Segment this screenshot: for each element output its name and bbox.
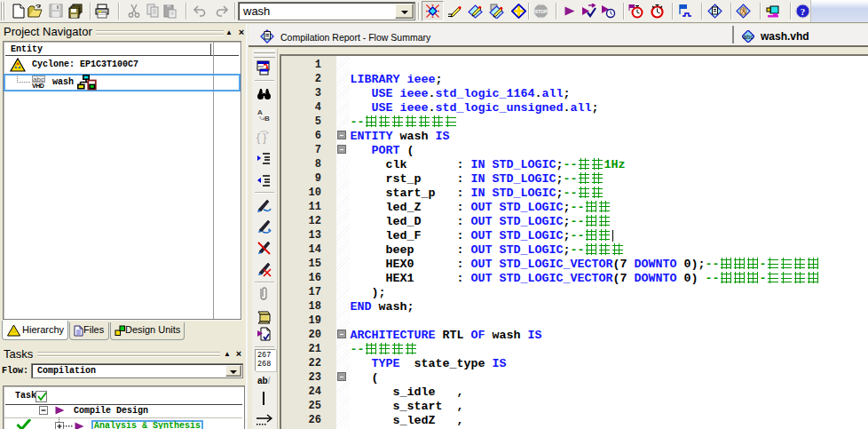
svg-text:abc: abc	[743, 34, 754, 40]
svg-text:?: ?	[801, 6, 806, 17]
svg-text:A: A	[257, 108, 263, 116]
svg-text:STOP: STOP	[535, 9, 548, 14]
svg-text:{ }: { }	[256, 131, 266, 144]
svg-text:B: B	[264, 115, 270, 123]
